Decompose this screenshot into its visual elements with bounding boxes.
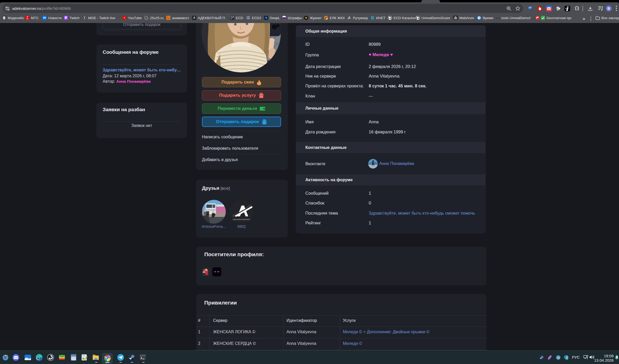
svg-text:WWW.ADEKVATSERVER.RU: WWW.ADEKVATSERVER.RU [233, 219, 250, 220]
svg-text:1.2: 1.2 [557, 357, 560, 359]
svg-text:B: B [108, 356, 110, 358]
